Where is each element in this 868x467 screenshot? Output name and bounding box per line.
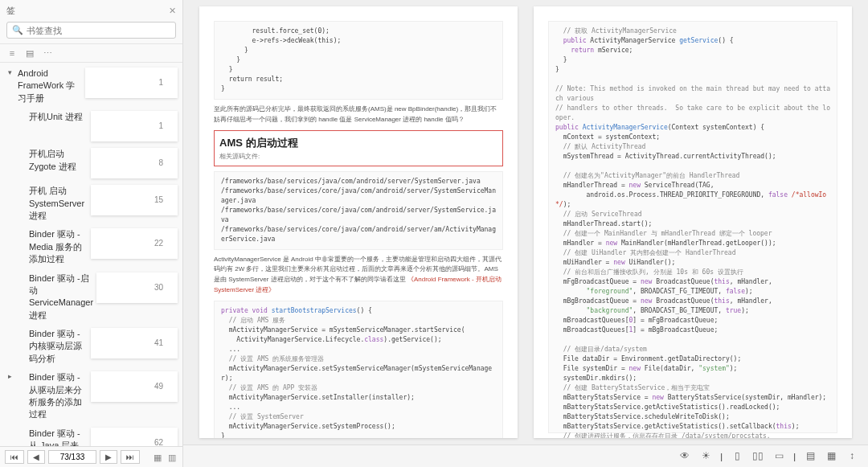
last-page-button[interactable]: ⏭ — [121, 450, 140, 464]
search-input[interactable] — [27, 26, 170, 35]
page-left: result.force_set(0); e->refs->decWeak(th… — [199, 6, 518, 438]
page-right: // 获取 ActivityManagerService public Acti… — [534, 6, 852, 438]
code-block-bootstrap: private void startBootstrapServices() { … — [214, 301, 503, 438]
sidebar-title-text: 签 — [6, 5, 15, 17]
two-page-icon[interactable]: ▯▯ — [751, 450, 764, 463]
sidebar-item-label: Android FrameWork 学习手册 — [18, 68, 85, 104]
chevron-icon: ▾ — [8, 68, 16, 78]
next-page-button[interactable]: ▶ — [100, 450, 117, 464]
sidebar-item-label: Binder 驱动 -Media 服务的添加过程 — [18, 228, 91, 265]
brightness-icon[interactable]: ☀ — [699, 450, 712, 463]
book-icon[interactable]: ▦ — [825, 450, 837, 463]
code-block-files: /frameworks/base/services/java/com/andro… — [214, 171, 503, 250]
sidebar-item-label: 开机启动 Zygote 进程 — [18, 148, 91, 173]
spread-icon[interactable]: ▭ — [772, 450, 785, 463]
continuous-icon[interactable]: ▤ — [804, 450, 817, 463]
sidebar-item-page: 8 — [91, 148, 178, 178]
sidebar-item-page: 30 — [96, 272, 178, 303]
sidebar-item-page: 1 — [85, 68, 178, 98]
sidebar-item-label: Binder 驱动 -内核驱动层源码分析 — [18, 328, 91, 365]
pages-container: result.force_set(0); e->refs->decWeak(th… — [183, 0, 868, 444]
heading-subcaption: 相关源码文件: — [219, 152, 497, 161]
section-heading: AMS 的启动过程 — [219, 136, 497, 150]
bookmark-search[interactable]: 🔍 — [6, 22, 176, 39]
document-main: result.force_set(0); e->refs->decWeak(th… — [183, 0, 868, 467]
sidebar-item-page: 1 — [91, 111, 178, 141]
view-mode-icon[interactable]: 👁 — [678, 450, 691, 463]
code-block-right: // 获取 ActivityManagerService public Acti… — [548, 21, 837, 433]
sidebar-item-label: Binder 驱动 - 从驱动层来分析服务的添加过程 — [18, 371, 91, 421]
paragraph-desc: ActivityManagerService 是 Android 中非常重要的一… — [214, 255, 503, 296]
separator: | — [720, 452, 723, 461]
view-toolbar: 👁 ☀ | ▯ ▯▯ ▭ | ▤ ▦ ↕ — [183, 444, 868, 467]
chevron-icon: ▸ — [8, 371, 16, 382]
sidebar-item[interactable]: ▸Binder 驱动 - 从驱动层来分析服务的添加过程49 — [0, 368, 182, 424]
close-icon[interactable]: ✕ — [169, 6, 176, 16]
collapse-all-icon[interactable]: ▤ — [24, 47, 35, 59]
sidebar-item[interactable]: Binder 驱动 -启动 ServiceManager 进程30 — [0, 269, 182, 326]
prev-page-button[interactable]: ◀ — [27, 450, 45, 464]
sidebar-header: 签 ✕ 🔍 — [0, 0, 182, 44]
sidebar-item[interactable]: ▾Android FrameWork 学习手册1 — [0, 64, 182, 108]
sidebar-toolbar: ≡ ▤ ⋯ — [0, 44, 182, 63]
sidebar-item-label: 开机Unit 进程 — [18, 111, 91, 123]
sidebar-item[interactable]: Binder 驱动 -Media 服务的添加过程22 — [0, 225, 182, 268]
thumbnails-icon[interactable]: ▦ — [152, 452, 163, 463]
sidebar-item[interactable]: Binder 驱动 - 从 Java 层来跟踪服务的查找过程62 — [0, 424, 182, 446]
separator: | — [793, 452, 796, 461]
sidebar-item[interactable]: 开机启动 Zygote 进程8 — [0, 145, 182, 182]
more-icon[interactable]: ⋯ — [42, 47, 53, 59]
heading-box: AMS 的启动过程 相关源码文件: — [214, 130, 503, 166]
code-block-top: result.force_set(0); e->refs->decWeak(th… — [214, 21, 503, 100]
sidebar-item-label: Binder 驱动 - 从 Java 层来跟踪服务的查找过程 — [18, 428, 91, 446]
bookmark-tree[interactable]: ▾Android FrameWork 学习手册1开机Unit 进程1开机启动 Z… — [0, 63, 182, 446]
sidebar-item-page: 41 — [91, 328, 178, 358]
paragraph-intro: 至此所有的源码已分析完毕，最终获取返回的系统服务(AMS)是 new BpBin… — [214, 104, 503, 125]
single-page-icon[interactable]: ▯ — [731, 450, 743, 463]
search-icon: 🔍 — [12, 25, 23, 35]
page-number-input[interactable] — [48, 450, 96, 464]
sidebar-item-page: 15 — [91, 185, 178, 215]
sidebar-item-page: 22 — [91, 228, 178, 259]
sidebar-item-label: 开机 启动 SystemServer 进程 — [18, 185, 91, 222]
app-root: 签 ✕ 🔍 ≡ ▤ ⋯ ▾Android FrameWork 学习手册1开机Un… — [0, 0, 868, 467]
scroll-icon[interactable]: ↕ — [845, 450, 858, 463]
bookmarks-sidebar: 签 ✕ 🔍 ≡ ▤ ⋯ ▾Android FrameWork 学习手册1开机Un… — [0, 0, 183, 467]
sidebar-item[interactable]: 开机 启动 SystemServer 进程15 — [0, 182, 182, 225]
first-page-button[interactable]: ⏮ — [5, 450, 24, 464]
sidebar-item[interactable]: 开机Unit 进程1 — [0, 108, 182, 145]
sidebar-item-label: Binder 驱动 -启动 ServiceManager 进程 — [18, 272, 96, 322]
sidebar-item[interactable]: Binder 驱动 -内核驱动层源码分析41 — [0, 325, 182, 368]
outline-icon[interactable]: ▥ — [166, 452, 178, 463]
sidebar-item-page: 49 — [91, 371, 178, 402]
expand-all-icon[interactable]: ≡ — [6, 47, 18, 59]
sidebar-item-page: 62 — [91, 428, 178, 446]
page-nav-footer: ⏮ ◀ ▶ ⏭ ▦ ▥ — [0, 446, 182, 467]
